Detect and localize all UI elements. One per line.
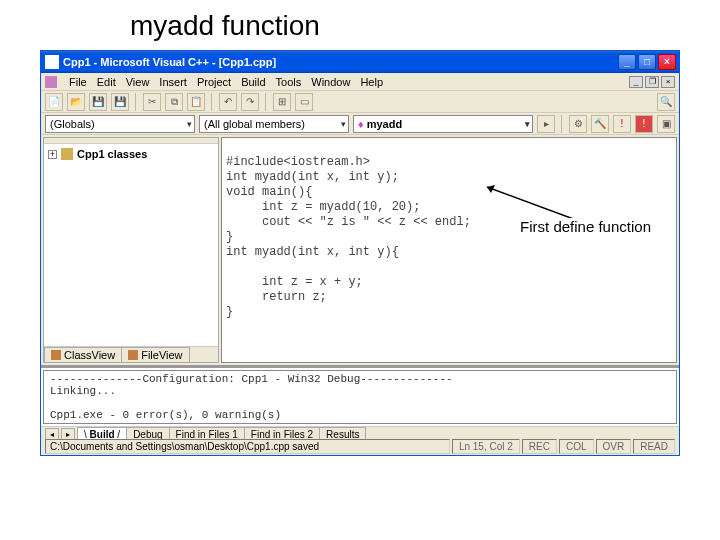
paste-button[interactable]: 📋: [187, 93, 205, 111]
output-textarea[interactable]: --------------Configuration: Cpp1 - Win3…: [43, 370, 677, 424]
mdi-minimize-button[interactable]: _: [629, 76, 643, 88]
classview-tab-label: ClassView: [64, 349, 115, 361]
tree-root-label: Cpp1 classes: [77, 148, 147, 160]
fileview-tab-label: FileView: [141, 349, 182, 361]
menu-project[interactable]: Project: [197, 76, 231, 88]
code-line: }: [226, 305, 233, 319]
fileview-tab[interactable]: FileView: [121, 347, 189, 362]
code-line: void main(){: [226, 185, 312, 199]
output-line: Cpp1.exe - 0 error(s), 0 warning(s): [50, 409, 281, 421]
code-line: int myadd(int x, int y);: [226, 170, 399, 184]
save-button[interactable]: 💾: [89, 93, 107, 111]
maximize-button[interactable]: □: [638, 54, 656, 70]
toolbar-separator: [135, 93, 137, 111]
menu-help[interactable]: Help: [360, 76, 383, 88]
output-button[interactable]: ▭: [295, 93, 313, 111]
function-combo-value: myadd: [367, 118, 402, 130]
code-line: }: [226, 230, 233, 244]
window-controls: _ □ ×: [618, 54, 676, 70]
code-line: return z;: [226, 290, 327, 304]
go-debug-button[interactable]: ▣: [657, 115, 675, 133]
tree-expand-icon[interactable]: +: [48, 150, 57, 159]
menu-tools[interactable]: Tools: [276, 76, 302, 88]
app-icon: [45, 55, 59, 69]
fileview-icon: [128, 350, 138, 360]
code-line: #include<iostream.h>: [226, 155, 370, 169]
redo-button[interactable]: ↷: [241, 93, 259, 111]
status-position: Ln 15, Col 2: [452, 439, 520, 454]
menu-build[interactable]: Build: [241, 76, 265, 88]
toolbar-standard: 📄 📂 💾 💾 ✂ ⧉ 📋 ↶ ↷ ⊞ ▭ 🔍: [41, 91, 679, 113]
stop-button[interactable]: !: [613, 115, 631, 133]
status-ovr: OVR: [596, 439, 632, 454]
close-button[interactable]: ×: [658, 54, 676, 70]
slide-title: myadd function: [0, 0, 720, 50]
code-editor[interactable]: #include<iostream.h> int myadd(int x, in…: [221, 137, 677, 363]
status-message: C:\Documents and Settings\osman\Desktop\…: [45, 439, 450, 454]
new-button[interactable]: 📄: [45, 93, 63, 111]
mdi-close-button[interactable]: ×: [661, 76, 675, 88]
workspace-panel: + Cpp1 classes ClassView FileView: [43, 137, 219, 363]
menubar: File Edit View Insert Project Build Tool…: [41, 73, 679, 91]
titlebar[interactable]: Cpp1 - Microsoft Visual C++ - [Cpp1.cpp]…: [41, 51, 679, 73]
code-line: cout << "z is " << z << endl;: [226, 215, 471, 229]
execute-button[interactable]: !: [635, 115, 653, 133]
classes-icon: [61, 148, 73, 160]
members-combo[interactable]: (All global members): [199, 115, 349, 133]
classview-icon: [51, 350, 61, 360]
save-all-button[interactable]: 💾: [111, 93, 129, 111]
ide-window: Cpp1 - Microsoft Visual C++ - [Cpp1.cpp]…: [40, 50, 680, 456]
scope-combo[interactable]: (Globals): [45, 115, 195, 133]
workspace: + Cpp1 classes ClassView FileView #inclu…: [41, 135, 679, 365]
copy-button[interactable]: ⧉: [165, 93, 183, 111]
minimize-button[interactable]: _: [618, 54, 636, 70]
status-col: COL: [559, 439, 594, 454]
undo-button[interactable]: ↶: [219, 93, 237, 111]
tree-root-row[interactable]: + Cpp1 classes: [48, 148, 214, 160]
toolbar-separator: [211, 93, 213, 111]
go-button[interactable]: ▸: [537, 115, 555, 133]
code-line: int z = myadd(10, 20);: [226, 200, 420, 214]
window-title: Cpp1 - Microsoft Visual C++ - [Cpp1.cpp]: [63, 56, 618, 68]
classview-tab[interactable]: ClassView: [44, 347, 122, 362]
status-read: READ: [633, 439, 675, 454]
compile-button[interactable]: ⚙: [569, 115, 587, 133]
toolbar-separator: [265, 93, 267, 111]
app-menu-icon: [45, 76, 57, 88]
open-button[interactable]: 📂: [67, 93, 85, 111]
build-button[interactable]: 🔨: [591, 115, 609, 133]
menu-view[interactable]: View: [126, 76, 150, 88]
class-tree[interactable]: + Cpp1 classes: [44, 144, 218, 346]
mdi-restore-button[interactable]: ❐: [645, 76, 659, 88]
toolbar-wizard: (Globals) (All global members) ♦ myadd ▸…: [41, 113, 679, 135]
status-bar: C:\Documents and Settings\osman\Desktop\…: [41, 437, 679, 455]
output-line: --------------Configuration: Cpp1 - Win3…: [50, 373, 453, 385]
output-line: Linking...: [50, 385, 116, 397]
menu-insert[interactable]: Insert: [159, 76, 187, 88]
toolbar-separator: [561, 115, 563, 133]
menu-window[interactable]: Window: [311, 76, 350, 88]
function-combo[interactable]: ♦ myadd: [353, 115, 533, 133]
output-panel: --------------Configuration: Cpp1 - Win3…: [41, 365, 679, 437]
menu-edit[interactable]: Edit: [97, 76, 116, 88]
workspace-tabs: ClassView FileView: [44, 346, 218, 362]
find-button[interactable]: 🔍: [657, 93, 675, 111]
code-line: int myadd(int x, int y){: [226, 245, 399, 259]
menu-file[interactable]: File: [69, 76, 87, 88]
workspace-button[interactable]: ⊞: [273, 93, 291, 111]
cut-button[interactable]: ✂: [143, 93, 161, 111]
annotation-label: First define function: [515, 218, 656, 235]
code-line: int z = x + y;: [226, 275, 363, 289]
status-rec: REC: [522, 439, 557, 454]
